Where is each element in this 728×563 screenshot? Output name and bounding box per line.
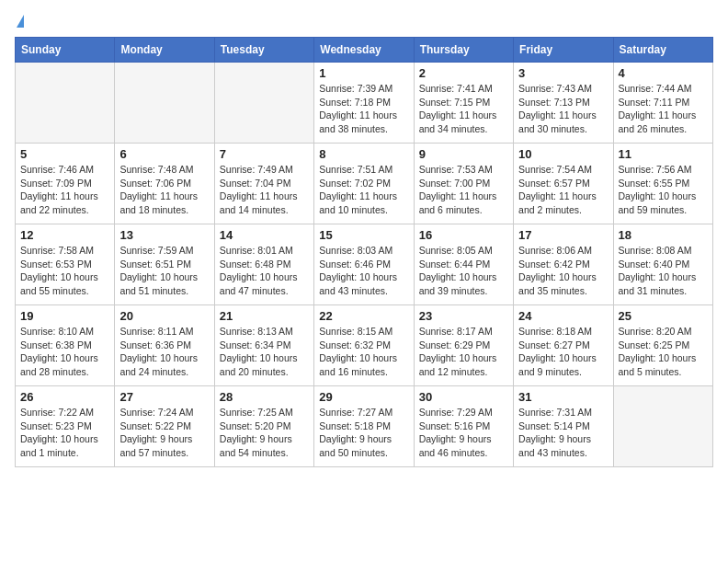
day-info: Sunrise: 7:48 AM Sunset: 7:06 PM Dayligh… bbox=[119, 163, 209, 217]
day-info: Sunrise: 7:29 AM Sunset: 5:16 PM Dayligh… bbox=[419, 406, 508, 460]
day-number: 6 bbox=[119, 147, 209, 161]
day-info: Sunrise: 7:58 AM Sunset: 6:53 PM Dayligh… bbox=[20, 244, 109, 298]
day-number: 31 bbox=[518, 390, 608, 404]
day-number: 13 bbox=[119, 228, 209, 242]
day-info: Sunrise: 7:51 AM Sunset: 7:02 PM Dayligh… bbox=[319, 163, 408, 217]
day-number: 24 bbox=[518, 309, 608, 323]
day-number: 3 bbox=[518, 66, 608, 80]
day-info: Sunrise: 8:05 AM Sunset: 6:44 PM Dayligh… bbox=[419, 244, 508, 298]
day-number: 2 bbox=[419, 66, 508, 80]
calendar-cell: 4Sunrise: 7:44 AM Sunset: 7:11 PM Daylig… bbox=[613, 63, 712, 144]
calendar-cell: 11Sunrise: 7:56 AM Sunset: 6:55 PM Dayli… bbox=[613, 144, 712, 224]
weekday-header-saturday: Saturday bbox=[613, 38, 712, 63]
calendar-cell: 30Sunrise: 7:29 AM Sunset: 5:16 PM Dayli… bbox=[414, 386, 513, 467]
calendar-cell: 24Sunrise: 8:18 AM Sunset: 6:27 PM Dayli… bbox=[514, 305, 613, 386]
calendar-table: SundayMondayTuesdayWednesdayThursdayFrid… bbox=[15, 37, 713, 467]
calendar-cell: 20Sunrise: 8:11 AM Sunset: 6:36 PM Dayli… bbox=[115, 305, 214, 386]
day-number: 27 bbox=[119, 390, 209, 404]
day-number: 5 bbox=[20, 147, 109, 161]
day-number: 25 bbox=[619, 309, 708, 323]
day-number: 30 bbox=[419, 390, 508, 404]
day-number: 16 bbox=[419, 228, 508, 242]
calendar-cell: 18Sunrise: 8:08 AM Sunset: 6:40 PM Dayli… bbox=[613, 224, 712, 305]
day-info: Sunrise: 8:17 AM Sunset: 6:29 PM Dayligh… bbox=[419, 325, 508, 379]
day-info: Sunrise: 8:10 AM Sunset: 6:38 PM Dayligh… bbox=[20, 325, 109, 379]
calendar-cell: 10Sunrise: 7:54 AM Sunset: 6:57 PM Dayli… bbox=[514, 144, 613, 224]
day-info: Sunrise: 8:01 AM Sunset: 6:48 PM Dayligh… bbox=[220, 244, 309, 298]
day-number: 12 bbox=[20, 228, 109, 242]
day-number: 18 bbox=[619, 228, 708, 242]
calendar-cell: 25Sunrise: 8:20 AM Sunset: 6:25 PM Dayli… bbox=[613, 305, 712, 386]
day-number: 29 bbox=[319, 390, 408, 404]
day-info: Sunrise: 7:24 AM Sunset: 5:22 PM Dayligh… bbox=[119, 406, 209, 460]
calendar-cell: 12Sunrise: 7:58 AM Sunset: 6:53 PM Dayli… bbox=[16, 224, 115, 305]
day-number: 4 bbox=[619, 66, 708, 80]
day-info: Sunrise: 8:03 AM Sunset: 6:46 PM Dayligh… bbox=[319, 244, 408, 298]
calendar-cell: 2Sunrise: 7:41 AM Sunset: 7:15 PM Daylig… bbox=[414, 63, 513, 144]
weekday-header-thursday: Thursday bbox=[414, 38, 513, 63]
calendar-week-row: 1Sunrise: 7:39 AM Sunset: 7:18 PM Daylig… bbox=[16, 63, 713, 144]
day-info: Sunrise: 7:46 AM Sunset: 7:09 PM Dayligh… bbox=[20, 163, 109, 217]
day-info: Sunrise: 7:49 AM Sunset: 7:04 PM Dayligh… bbox=[220, 163, 309, 217]
day-info: Sunrise: 7:59 AM Sunset: 6:51 PM Dayligh… bbox=[119, 244, 209, 298]
day-number: 7 bbox=[220, 147, 309, 161]
calendar-cell: 29Sunrise: 7:27 AM Sunset: 5:18 PM Dayli… bbox=[314, 386, 414, 467]
day-number: 1 bbox=[319, 66, 408, 80]
calendar-cell: 26Sunrise: 7:22 AM Sunset: 5:23 PM Dayli… bbox=[16, 386, 115, 467]
calendar-week-row: 12Sunrise: 7:58 AM Sunset: 6:53 PM Dayli… bbox=[16, 224, 713, 305]
calendar-cell bbox=[16, 63, 115, 144]
day-info: Sunrise: 8:18 AM Sunset: 6:27 PM Dayligh… bbox=[518, 325, 608, 379]
day-info: Sunrise: 7:56 AM Sunset: 6:55 PM Dayligh… bbox=[619, 163, 708, 217]
day-info: Sunrise: 8:08 AM Sunset: 6:40 PM Dayligh… bbox=[619, 244, 708, 298]
day-number: 21 bbox=[220, 309, 309, 323]
calendar-cell: 23Sunrise: 8:17 AM Sunset: 6:29 PM Dayli… bbox=[414, 305, 513, 386]
weekday-header-tuesday: Tuesday bbox=[214, 38, 313, 63]
calendar-cell: 1Sunrise: 7:39 AM Sunset: 7:18 PM Daylig… bbox=[314, 63, 414, 144]
day-info: Sunrise: 7:22 AM Sunset: 5:23 PM Dayligh… bbox=[20, 406, 109, 460]
day-info: Sunrise: 7:54 AM Sunset: 6:57 PM Dayligh… bbox=[518, 163, 608, 217]
day-info: Sunrise: 7:27 AM Sunset: 5:18 PM Dayligh… bbox=[319, 406, 408, 460]
day-info: Sunrise: 7:43 AM Sunset: 7:13 PM Dayligh… bbox=[518, 82, 608, 136]
day-number: 22 bbox=[319, 309, 408, 323]
calendar-cell: 9Sunrise: 7:53 AM Sunset: 7:00 PM Daylig… bbox=[414, 144, 513, 224]
calendar-cell: 31Sunrise: 7:31 AM Sunset: 5:14 PM Dayli… bbox=[514, 386, 613, 467]
calendar-cell: 8Sunrise: 7:51 AM Sunset: 7:02 PM Daylig… bbox=[314, 144, 414, 224]
calendar-week-row: 5Sunrise: 7:46 AM Sunset: 7:09 PM Daylig… bbox=[16, 144, 713, 224]
calendar-cell: 27Sunrise: 7:24 AM Sunset: 5:22 PM Dayli… bbox=[115, 386, 214, 467]
calendar-cell: 3Sunrise: 7:43 AM Sunset: 7:13 PM Daylig… bbox=[514, 63, 613, 144]
calendar-cell bbox=[613, 386, 712, 467]
day-info: Sunrise: 8:20 AM Sunset: 6:25 PM Dayligh… bbox=[619, 325, 708, 379]
day-number: 11 bbox=[619, 147, 708, 161]
calendar-cell bbox=[115, 63, 214, 144]
logo bbox=[15, 15, 24, 29]
calendar-cell: 16Sunrise: 8:05 AM Sunset: 6:44 PM Dayli… bbox=[414, 224, 513, 305]
day-number: 14 bbox=[220, 228, 309, 242]
logo-triangle-icon bbox=[17, 15, 24, 28]
calendar-cell: 15Sunrise: 8:03 AM Sunset: 6:46 PM Dayli… bbox=[314, 224, 414, 305]
calendar-header-row: SundayMondayTuesdayWednesdayThursdayFrid… bbox=[16, 38, 713, 63]
day-info: Sunrise: 7:53 AM Sunset: 7:00 PM Dayligh… bbox=[419, 163, 508, 217]
day-info: Sunrise: 8:06 AM Sunset: 6:42 PM Dayligh… bbox=[518, 244, 608, 298]
day-number: 15 bbox=[319, 228, 408, 242]
weekday-header-wednesday: Wednesday bbox=[314, 38, 414, 63]
day-number: 19 bbox=[20, 309, 109, 323]
weekday-header-monday: Monday bbox=[115, 38, 214, 63]
day-number: 20 bbox=[119, 309, 209, 323]
day-number: 28 bbox=[220, 390, 309, 404]
calendar-cell: 14Sunrise: 8:01 AM Sunset: 6:48 PM Dayli… bbox=[214, 224, 313, 305]
calendar-cell: 5Sunrise: 7:46 AM Sunset: 7:09 PM Daylig… bbox=[16, 144, 115, 224]
day-info: Sunrise: 7:31 AM Sunset: 5:14 PM Dayligh… bbox=[518, 406, 608, 460]
calendar-cell: 6Sunrise: 7:48 AM Sunset: 7:06 PM Daylig… bbox=[115, 144, 214, 224]
calendar-cell: 28Sunrise: 7:25 AM Sunset: 5:20 PM Dayli… bbox=[214, 386, 313, 467]
day-number: 17 bbox=[518, 228, 608, 242]
day-info: Sunrise: 8:15 AM Sunset: 6:32 PM Dayligh… bbox=[319, 325, 408, 379]
day-number: 10 bbox=[518, 147, 608, 161]
calendar-cell: 22Sunrise: 8:15 AM Sunset: 6:32 PM Dayli… bbox=[314, 305, 414, 386]
calendar-cell: 19Sunrise: 8:10 AM Sunset: 6:38 PM Dayli… bbox=[16, 305, 115, 386]
calendar-cell: 21Sunrise: 8:13 AM Sunset: 6:34 PM Dayli… bbox=[214, 305, 313, 386]
page-header bbox=[15, 15, 713, 29]
day-info: Sunrise: 8:11 AM Sunset: 6:36 PM Dayligh… bbox=[119, 325, 209, 379]
weekday-header-sunday: Sunday bbox=[16, 38, 115, 63]
day-number: 26 bbox=[20, 390, 109, 404]
day-info: Sunrise: 7:25 AM Sunset: 5:20 PM Dayligh… bbox=[220, 406, 309, 460]
